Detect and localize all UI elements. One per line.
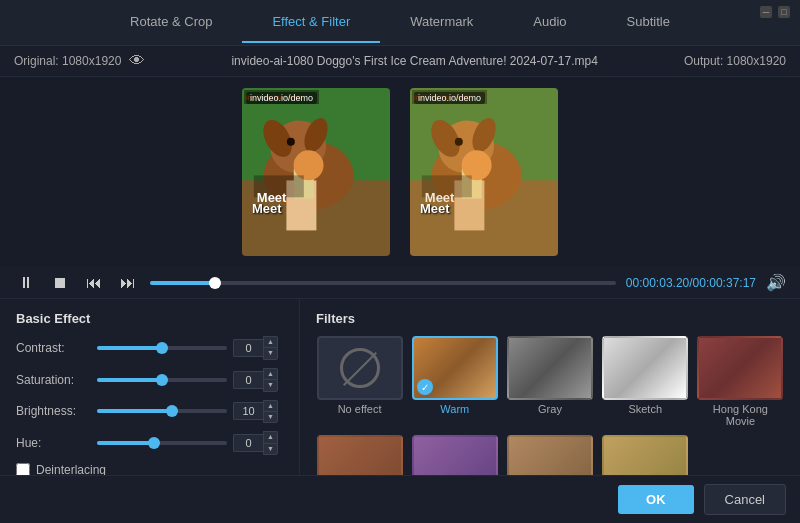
preview-area: invideo.io/demo Meet invideo.io/demo Mee… [0,77,800,267]
filters-title: Filters [316,311,784,326]
preview-left-watermark: invideo.io/demo [246,92,317,104]
brightness-label: Brightness: [16,404,91,418]
app-window: Rotate & Crop Effect & Filter Watermark … [0,0,800,523]
hue-input[interactable] [233,434,263,452]
prev-button[interactable]: ⏮ [82,274,106,292]
contrast-value-group: ▲ ▼ [233,336,283,360]
filter-thumb-warm: ✓ [412,336,498,400]
tab-watermark[interactable]: Watermark [380,2,503,43]
hue-slider[interactable] [97,441,227,445]
saturation-value-group: ▲ ▼ [233,368,283,392]
contrast-row: Contrast: ▲ ▼ [16,336,283,360]
contrast-track [97,346,227,350]
hue-value-group: ▲ ▼ [233,431,283,455]
total-time: 00:00:37:17 [693,276,756,290]
hue-thumb[interactable] [148,437,160,449]
filter-item-warm[interactable]: ✓ Warm [411,336,498,427]
hue-up[interactable]: ▲ [263,431,278,442]
brightness-row: Brightness: ▲ ▼ [16,400,283,424]
pause-button[interactable]: ⏸ [14,274,38,292]
bottom-bar: OK Cancel [0,475,800,523]
progress-bar[interactable] [150,281,616,285]
filter-item-sketch[interactable]: Sketch [602,336,689,427]
brightness-fill [97,409,172,413]
basic-effect-title: Basic Effect [16,311,283,326]
filter-thumb-sketch [602,336,688,400]
saturation-input[interactable] [233,371,263,389]
filter-name-hk: Hong Kong Movie [697,403,784,427]
filter-thumb-no-effect [317,336,403,400]
saturation-row: Saturation: ▲ ▼ [16,368,283,392]
brightness-spinners: ▲ ▼ [263,400,278,424]
saturation-track [97,378,227,382]
contrast-up[interactable]: ▲ [263,336,278,347]
tab-subtitle[interactable]: Subtitle [597,2,700,43]
volume-icon[interactable]: 🔊 [766,273,786,292]
filename-bar: Original: 1080x1920 👁 invideo-ai-1080 Do… [0,46,800,77]
filter-check-warm: ✓ [417,379,433,395]
filter-name-no-effect: No effect [338,403,382,415]
tab-audio[interactable]: Audio [503,2,596,43]
filename-display: invideo-ai-1080 Doggo's First Ice Cream … [231,54,598,68]
contrast-input[interactable] [233,339,263,357]
tab-rotate-crop[interactable]: Rotate & Crop [100,2,242,43]
ok-button[interactable]: OK [618,485,694,514]
filter-item-gray[interactable]: Gray [506,336,593,427]
saturation-up[interactable]: ▲ [263,368,278,379]
filter-item-hk[interactable]: Hong Kong Movie [697,336,784,427]
next-button[interactable]: ⏭ [116,274,140,292]
brightness-up[interactable]: ▲ [263,400,278,411]
preview-left-canvas [242,88,390,256]
hue-fill [97,441,154,445]
window-controls: ─ □ [760,6,790,18]
hue-down[interactable]: ▼ [263,443,278,455]
saturation-slider[interactable] [97,378,227,382]
no-effect-circle [340,348,380,388]
filter-name-warm: Warm [440,403,469,415]
brightness-input[interactable] [233,402,263,420]
preview-right: invideo.io/demo Meet [410,88,558,256]
preview-right-watermark: invideo.io/demo [414,92,485,104]
preview-right-text: Meet [420,201,450,216]
filter-item-no-effect[interactable]: No effect [316,336,403,427]
time-display: 00:00:03.20/00:00:37:17 [626,276,756,290]
original-label: Original: 1080x1920 [14,54,121,68]
output-label: Output: 1080x1920 [684,54,786,68]
maximize-button[interactable]: □ [778,6,790,18]
minimize-button[interactable]: ─ [760,6,772,18]
stop-button[interactable]: ⏹ [48,274,72,292]
brightness-value-group: ▲ ▼ [233,400,283,424]
filter-thumb-gray [507,336,593,400]
playback-bar: ⏸ ⏹ ⏮ ⏭ 00:00:03.20/00:00:37:17 🔊 [0,267,800,299]
saturation-fill [97,378,162,382]
saturation-thumb[interactable] [156,374,168,386]
contrast-down[interactable]: ▼ [263,347,278,359]
no-effect-line [343,352,377,386]
filter-thumb-hk [697,336,783,400]
filter-name-gray: Gray [538,403,562,415]
saturation-down[interactable]: ▼ [263,379,278,391]
tab-bar: Rotate & Crop Effect & Filter Watermark … [0,0,800,46]
contrast-slider[interactable] [97,346,227,350]
contrast-fill [97,346,162,350]
eye-icon[interactable]: 👁 [129,52,145,70]
contrast-spinners: ▲ ▼ [263,336,278,360]
contrast-label: Contrast: [16,341,91,355]
current-time: 00:00:03.20 [626,276,689,290]
brightness-track [97,409,227,413]
preview-left-text: Meet [252,201,282,216]
hue-row: Hue: ▲ ▼ [16,431,283,455]
hue-label: Hue: [16,436,91,450]
hue-track [97,441,227,445]
cancel-button[interactable]: Cancel [704,484,786,515]
contrast-thumb[interactable] [156,342,168,354]
progress-fill [150,281,215,285]
progress-thumb[interactable] [209,277,221,289]
brightness-down[interactable]: ▼ [263,411,278,423]
saturation-label: Saturation: [16,373,91,387]
brightness-slider[interactable] [97,409,227,413]
original-info: Original: 1080x1920 👁 [14,52,145,70]
tab-effect-filter[interactable]: Effect & Filter [242,2,380,43]
preview-left: invideo.io/demo Meet [242,88,390,256]
brightness-thumb[interactable] [166,405,178,417]
